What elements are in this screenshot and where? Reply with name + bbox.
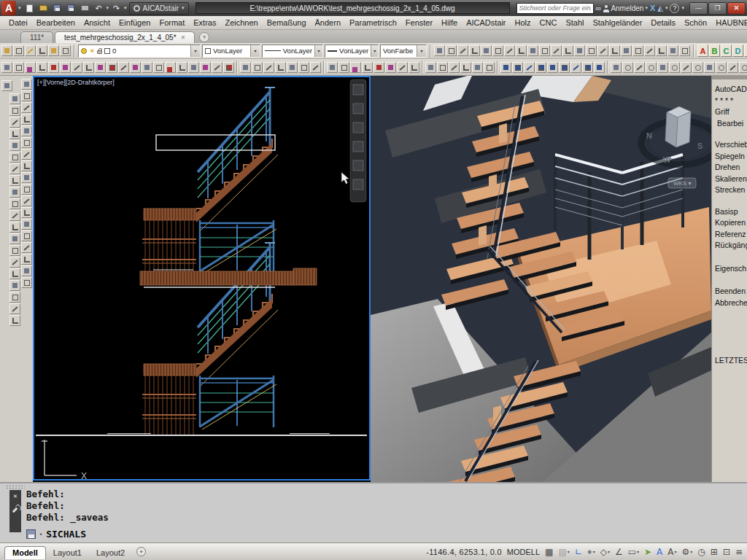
ucs-tool-icon[interactable]: [594, 62, 605, 73]
detail-tool-icon[interactable]: [374, 62, 384, 73]
ucs-tool-icon[interactable]: [570, 62, 581, 73]
solid-tool-icon[interactable]: [657, 62, 668, 73]
draw-tool-icon[interactable]: [9, 140, 20, 151]
layer-on-icon[interactable]: [81, 48, 87, 54]
compass-s[interactable]: S: [697, 141, 703, 150]
standard-tool-icon[interactable]: [446, 45, 457, 56]
menu-stahl[interactable]: Stahl: [561, 16, 588, 29]
stair-tool-icon[interactable]: [36, 62, 47, 73]
minimize-button[interactable]: —: [689, 2, 708, 15]
help-caret-icon[interactable]: ▾: [681, 5, 684, 11]
solid-tool-icon[interactable]: [681, 62, 692, 73]
layer-tool-icon[interactable]: [25, 45, 36, 56]
menu-details[interactable]: Details: [646, 16, 680, 29]
modify-tool-icon[interactable]: [21, 114, 32, 125]
stair-tool-icon[interactable]: [13, 62, 24, 73]
app-logo-icon[interactable]: A: [1, 1, 16, 15]
modify-tool-icon[interactable]: [21, 207, 32, 218]
menu-bearbeiten[interactable]: Bearbeiten: [32, 16, 80, 29]
close-button[interactable]: ✕: [727, 2, 746, 15]
redo-caret-icon[interactable]: ▾: [124, 5, 127, 11]
ucs-tool-icon[interactable]: [582, 62, 593, 73]
modify-tool-icon[interactable]: [21, 79, 32, 90]
command-customize-wrench-icon[interactable]: [12, 506, 19, 513]
stair-tool-icon[interactable]: [60, 62, 71, 73]
draw-tool-icon[interactable]: [9, 163, 20, 174]
search-binoculars-icon[interactable]: ∞: [596, 4, 602, 12]
restore-button[interactable]: ❐: [708, 2, 727, 15]
screenmenu-rueckgaengig[interactable]: Rückgängig: [715, 240, 747, 252]
solid-tool-icon[interactable]: [692, 62, 703, 73]
viewcube-cube[interactable]: [665, 106, 691, 147]
draw-tool-icon[interactable]: [9, 117, 20, 128]
modify-tool-icon[interactable]: [21, 230, 32, 241]
layer-lock-icon[interactable]: [97, 50, 102, 54]
solid-tool-icon[interactable]: [646, 62, 657, 73]
standard-tool-icon[interactable]: [574, 45, 585, 56]
ucs-tool-icon[interactable]: [512, 62, 523, 73]
draw-tool-icon[interactable]: [9, 292, 20, 303]
standard-tool-icon[interactable]: [679, 45, 690, 56]
file-tab-active[interactable]: test_mehrgeschossig_2x_1_4_05* ✕: [55, 31, 195, 43]
menu-datei[interactable]: Datei: [4, 16, 32, 29]
draw-tool-icon[interactable]: [9, 187, 20, 198]
exchange-apps-icon[interactable]: ◭: [657, 4, 663, 12]
stair-tool-icon[interactable]: [177, 62, 187, 73]
stair-tool-icon[interactable]: [1, 62, 12, 73]
ucs-tool-icon[interactable]: [524, 62, 535, 73]
standard-tool-icon[interactable]: [481, 45, 492, 56]
command-window-grip[interactable]: [6, 485, 25, 489]
layer-dropdown-caret-icon[interactable]: ▾: [190, 45, 200, 57]
standard-tool-icon[interactable]: [504, 45, 515, 56]
screenmenu-kopieren[interactable]: Kopieren: [715, 217, 747, 229]
menu-schoen[interactable]: Schön: [680, 16, 711, 29]
screenmenu-griff[interactable]: Griff: [715, 106, 747, 118]
standard-tool-icon[interactable]: [492, 45, 503, 56]
plotstyle-dropdown[interactable]: VonFarbe ▾: [380, 44, 427, 58]
detail-tool-icon[interactable]: [338, 62, 349, 73]
detail-tool-icon[interactable]: [350, 62, 361, 73]
modify-tool-icon[interactable]: [21, 254, 32, 265]
screenmenu-bearbei[interactable]: Bearbei: [715, 118, 747, 130]
solid-tool-icon[interactable]: [727, 62, 738, 73]
standard-tool-icon[interactable]: [656, 45, 667, 56]
draw-tool-icon[interactable]: [9, 268, 20, 279]
autodesk360-icon[interactable]: X: [650, 4, 655, 12]
wcs-button[interactable]: WKS ▾: [668, 178, 696, 188]
command-close-icon[interactable]: ✕: [13, 492, 17, 499]
menu-hilfe[interactable]: Hilfe: [437, 16, 462, 29]
screenmenu-basisp[interactable]: Basisp: [715, 206, 747, 218]
save-icon[interactable]: [51, 2, 63, 14]
screenmenu-skalieren[interactable]: Skalieren: [715, 174, 747, 185]
standard-tool-icon[interactable]: [632, 45, 643, 56]
draw-tool-icon[interactable]: [9, 222, 20, 233]
dynamic-input-icon[interactable]: ▭▾: [628, 547, 639, 557]
standard-tool-icon[interactable]: [551, 45, 562, 56]
lineweight-dropdown[interactable]: VonLayer ▾: [325, 44, 379, 58]
draw-tool-icon[interactable]: [9, 245, 20, 256]
solid-tool-icon[interactable]: [739, 62, 747, 73]
standard-tool-icon[interactable]: [597, 45, 608, 56]
ucs-tool-icon[interactable]: [547, 62, 558, 73]
signin-button[interactable]: Anmelden ▾: [603, 4, 648, 12]
ortho-mode-icon[interactable]: ∟: [575, 547, 582, 557]
standard-tool-icon[interactable]: [667, 45, 678, 56]
snap-tool-icon[interactable]: [460, 62, 471, 73]
modify-tool-icon[interactable]: [21, 125, 32, 136]
modify-tool-icon[interactable]: [21, 172, 32, 183]
menu-einfuegen[interactable]: Einfügen: [115, 16, 155, 29]
annotation-scale-icon[interactable]: A▾: [667, 547, 676, 557]
compass-n[interactable]: N: [646, 131, 652, 140]
modify-tool-icon[interactable]: [21, 149, 32, 160]
modify-tool-icon[interactable]: [21, 137, 32, 148]
grid-display-icon[interactable]: ▤▾: [558, 547, 569, 557]
screenmenu-autocad[interactable]: AutoCAD: [715, 84, 747, 96]
edit-tool-icon[interactable]: [287, 62, 298, 73]
stair-tool-icon[interactable]: [130, 62, 141, 73]
stair-tool-icon[interactable]: [48, 62, 59, 73]
modify-tool-icon[interactable]: [21, 219, 32, 230]
draw-tool-icon[interactable]: [9, 198, 20, 209]
standard-tool-icon[interactable]: [644, 45, 655, 56]
menu-aendern[interactable]: Ändern: [311, 16, 345, 29]
draw-tool-icon[interactable]: [9, 233, 20, 244]
